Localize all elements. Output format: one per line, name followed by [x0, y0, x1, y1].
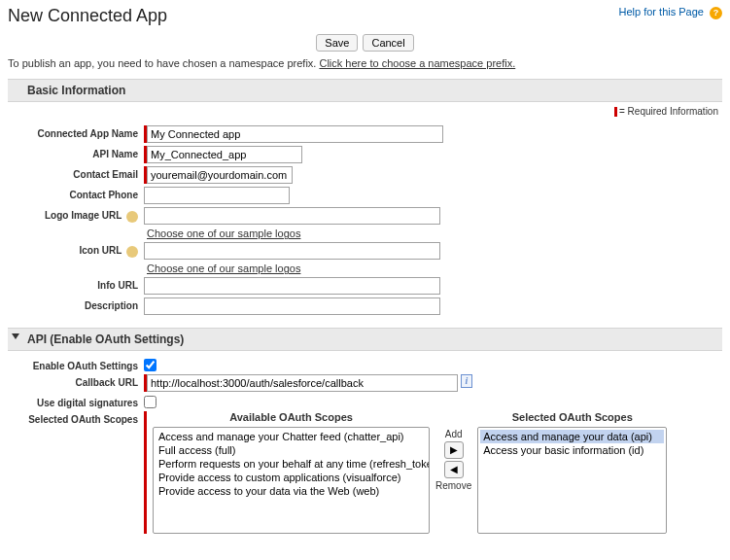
- label-info-url: Info URL: [8, 277, 144, 291]
- available-scopes-title: Available OAuth Scopes: [153, 411, 430, 423]
- tip-icon[interactable]: [126, 211, 138, 223]
- cancel-button[interactable]: Cancel: [363, 34, 413, 52]
- remove-scope-button[interactable]: ◀: [444, 461, 464, 478]
- chevron-down-icon: [12, 333, 19, 339]
- logo-url-input[interactable]: [144, 207, 440, 225]
- required-bar-icon: [614, 107, 617, 117]
- scope-option[interactable]: Provide access to custom applications (v…: [156, 471, 427, 484]
- save-button[interactable]: Save: [316, 34, 358, 52]
- selected-scopes-list[interactable]: Access and manage your data (api)Access …: [477, 427, 667, 534]
- label-digital-signatures: Use digital signatures: [8, 395, 144, 408]
- available-scopes-list[interactable]: Access and manage your Chatter feed (cha…: [153, 427, 430, 534]
- api-name-input[interactable]: [147, 146, 302, 163]
- label-callback-url: Callback URL: [8, 374, 144, 388]
- add-label: Add: [445, 429, 463, 439]
- help-icon[interactable]: ?: [710, 7, 722, 19]
- callback-url-input[interactable]: [147, 374, 458, 392]
- required-info-legend: = Required Information: [8, 102, 722, 122]
- label-enable-oauth: Enable OAuth Settings: [8, 358, 144, 371]
- selected-scopes-title: Selected OAuth Scopes: [477, 411, 667, 423]
- help-link[interactable]: Help for this Page: [619, 6, 704, 18]
- description-input[interactable]: [144, 298, 440, 315]
- sample-logos-link[interactable]: Choose one of our sample logos: [147, 262, 300, 274]
- scope-option[interactable]: Perform requests on your behalf at any t…: [156, 457, 427, 471]
- scope-option[interactable]: Full access (full): [156, 443, 427, 457]
- scope-option[interactable]: Access and manage your data (api): [480, 430, 664, 443]
- label-logo-url: Logo Image URL: [8, 207, 144, 222]
- label-api-name: API Name: [8, 146, 144, 159]
- remove-label: Remove: [435, 480, 471, 491]
- contact-email-input[interactable]: [147, 166, 293, 184]
- section-api[interactable]: API (Enable OAuth Settings): [8, 328, 722, 351]
- icon-url-input[interactable]: [144, 242, 440, 260]
- scope-option[interactable]: Access and manage your Chatter feed (cha…: [156, 430, 427, 443]
- info-icon[interactable]: i: [461, 374, 472, 388]
- label-description: Description: [8, 298, 144, 311]
- label-connected-app-name: Connected App Name: [8, 125, 144, 139]
- digital-signatures-checkbox[interactable]: [144, 396, 156, 408]
- section-basic-info: Basic Information: [8, 79, 722, 102]
- enable-oauth-checkbox[interactable]: [144, 359, 156, 371]
- label-contact-phone: Contact Phone: [8, 187, 144, 200]
- tip-icon[interactable]: [126, 246, 138, 258]
- required-bar-icon: [144, 411, 147, 534]
- scope-option[interactable]: Access your basic information (id): [480, 443, 664, 457]
- namespace-link[interactable]: Click here to choose a namespace prefix.: [319, 57, 515, 69]
- connected-app-name-input[interactable]: [147, 125, 443, 143]
- scope-option[interactable]: Provide access to your data via the Web …: [156, 484, 427, 498]
- publish-message: To publish an app, you need to have chos…: [8, 57, 722, 69]
- add-scope-button[interactable]: ▶: [444, 441, 464, 459]
- page-title: New Connected App: [8, 6, 167, 26]
- sample-logos-link[interactable]: Choose one of our sample logos: [147, 228, 300, 239]
- publish-prefix: To publish an app, you need to have chos…: [8, 57, 319, 69]
- contact-phone-input[interactable]: [144, 187, 290, 204]
- label-icon-url: Icon URL: [8, 242, 144, 257]
- label-contact-email: Contact Email: [8, 166, 144, 180]
- info-url-input[interactable]: [144, 277, 440, 295]
- label-selected-scopes: Selected OAuth Scopes: [8, 411, 144, 534]
